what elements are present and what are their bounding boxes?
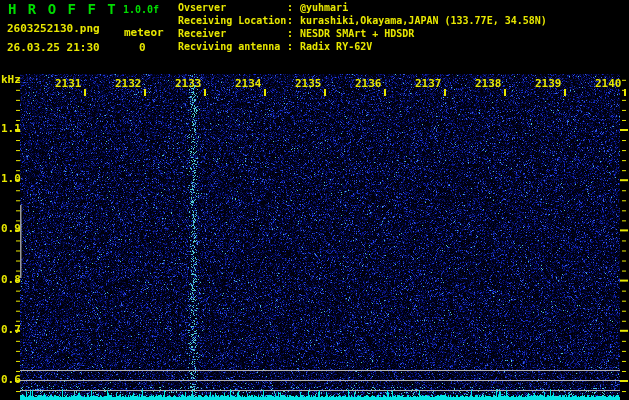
info-label: Ovserver <box>178 3 226 14</box>
app-title: H R O F F T <box>8 2 117 17</box>
info-separator: : <box>287 29 293 40</box>
hrofft-window: H R O F F T 1.0.0f 2603252130.png meteor… <box>0 0 629 400</box>
info-value: Radix RY-62V <box>300 42 372 53</box>
x-axis-tick-label: 2136 <box>355 78 382 90</box>
x-axis-tick-label: 2132 <box>115 78 142 90</box>
y-axis-tick-label: 0.9 <box>1 223 21 235</box>
x-axis-tick-label: 2137 <box>415 78 442 90</box>
x-axis-tick-label: 2133 <box>175 78 202 90</box>
y-axis-tick-label: 0.6 <box>1 374 21 386</box>
info-label: Receiving Location <box>178 16 286 27</box>
y-axis-tick-label: 0.7 <box>1 324 21 336</box>
y-axis-unit-label: kHz <box>1 74 21 86</box>
output-filename: 2603252130.png <box>7 23 100 35</box>
y-axis-tick-label: 1.1 <box>1 123 21 135</box>
app-version: 1.0.0f <box>123 5 159 16</box>
meteor-counter-label: meteor <box>124 27 164 39</box>
info-separator: : <box>287 16 293 27</box>
meteor-counter-value: 0 <box>139 42 146 54</box>
info-label: Receiver <box>178 29 226 40</box>
info-value: kurashiki,Okayama,JAPAN (133.77E, 34.58N… <box>300 16 547 27</box>
y-axis-tick-label: 1.0 <box>1 173 21 185</box>
info-value: @yuhmari <box>300 3 348 14</box>
info-separator: : <box>287 3 293 14</box>
info-value: NESDR SMArt + HDSDR <box>300 29 414 40</box>
x-axis-tick-label: 2138 <box>475 78 502 90</box>
spectrogram-canvas <box>0 0 629 400</box>
info-separator: : <box>287 42 293 53</box>
x-axis-tick-label: 2134 <box>235 78 262 90</box>
x-axis-tick-label: 2139 <box>535 78 562 90</box>
y-axis-tick-label: 0.8 <box>1 274 21 286</box>
x-axis-tick-label: 2140 <box>595 78 622 90</box>
x-axis-tick-label: 2135 <box>295 78 322 90</box>
start-datetime: 26.03.25 21:30 <box>7 42 100 54</box>
x-axis-tick-label: 2131 <box>55 78 82 90</box>
info-label: Recviving antenna <box>178 42 280 53</box>
